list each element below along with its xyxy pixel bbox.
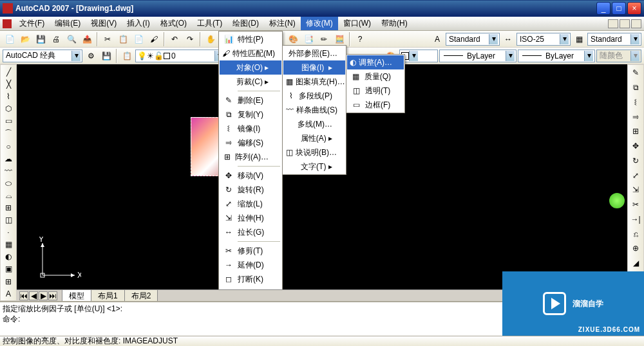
menu-modify[interactable]: 修改(M) [301,17,338,30]
menu-window[interactable]: 窗口(W) [338,17,376,30]
tab-model[interactable]: 模型 [62,289,91,302]
tab-layout1[interactable]: 布局1 [91,289,125,302]
matchprops-icon[interactable]: 🖌 [147,32,161,46]
menu-object[interactable]: 对象(O)▸ [220,60,281,75]
menu-trim[interactable]: ✂修剪(T) [220,244,281,258]
lineweight-dropdown[interactable]: ByLayer▾ [518,50,595,62]
submenu-spline[interactable]: 〰样条曲线(S) [283,103,345,117]
line-icon[interactable]: ╱ [1,66,15,77]
menu-view[interactable]: 视图(V) [86,17,122,30]
open-icon[interactable]: 📂 [18,32,32,46]
submenu-hatch[interactable]: ▦图案填充(H)… [283,75,345,89]
redo-icon[interactable]: ↷ [183,32,197,46]
layer-dropdown[interactable]: 💡 ☀ 🔓 0▾ [135,50,225,62]
menu-dimension[interactable]: 标注(N) [264,17,301,30]
menu-help[interactable]: 帮助(H) [376,17,413,30]
submenu-adjust[interactable]: ◐调整(A)… [347,55,404,69]
extend-icon[interactable]: →| [629,213,643,226]
menu-format[interactable]: 格式(O) [155,17,192,30]
submenu-blockdesc[interactable]: ◫块说明(B)… [283,145,345,159]
pline-icon[interactable]: ⌇ [1,91,15,102]
arc-icon[interactable]: ⌒ [1,127,15,140]
scale-icon[interactable]: ⤢ [629,168,643,182]
point-icon[interactable]: · [1,227,15,238]
menu-mirror[interactable]: ⧙镜像(I) [220,122,281,136]
calc-icon[interactable]: 🧮 [332,32,346,46]
region-icon[interactable]: ▣ [1,264,15,275]
submenu-frame[interactable]: ▭边框(F) [347,98,404,112]
copy-tool-icon[interactable]: ⧉ [629,81,643,95]
menu-tools[interactable]: 工具(T) [192,17,227,30]
tab-next-icon[interactable]: ▶ [39,291,48,300]
submenu-text[interactable]: 文字(T)▸ [283,159,345,174]
submenu-mline[interactable]: 多线(M)… [283,117,345,131]
submenu-quality[interactable]: ▦质量(Q) [347,69,404,84]
layer-props-icon[interactable]: 📋 [120,49,134,63]
menu-file[interactable]: 文件(F) [14,17,50,30]
break-icon[interactable]: ⎌ [629,227,643,241]
menu-draw[interactable]: 绘图(D) [227,17,264,30]
preview-icon[interactable]: 🔍 [64,32,79,46]
paste-icon[interactable]: 📄 [131,32,146,46]
spline-icon[interactable]: 〰 [1,165,15,176]
menu-matchprops[interactable]: 🖌特性匹配(M) [220,46,281,60]
linetype-dropdown[interactable]: ByLayer▾ [439,50,516,62]
submenu-image[interactable]: 图像(I)▸ [283,60,345,75]
stretch-icon[interactable]: ⇲ [629,183,643,197]
tp-icon[interactable]: 🎨 [286,32,300,46]
submenu-xref[interactable]: 外部参照(E)… [283,46,345,60]
tab-layout2[interactable]: 布局2 [124,289,158,302]
submenu-pline[interactable]: ⌇多段线(P) [283,89,345,103]
ws-settings-icon[interactable]: ⚙ [84,49,98,63]
revcloud-icon[interactable]: ☁ [1,153,15,164]
menu-scale[interactable]: ⤢缩放(L) [220,197,281,211]
menu-insert[interactable]: 插入(I) [122,17,155,30]
tablestyle-icon[interactable]: ▦ [572,32,586,46]
new-icon[interactable]: 📄 [3,32,17,46]
copy-icon[interactable]: 📋 [116,32,130,46]
menu-rotate[interactable]: ↻旋转(R) [220,183,281,197]
ellipsearc-icon[interactable]: ⌓ [1,190,15,201]
ws-save-icon[interactable]: 💾 [99,49,113,63]
chamfer-icon[interactable]: ◢ [629,257,643,270]
rotate-icon[interactable]: ↻ [629,154,643,168]
gradient-icon[interactable]: ◐ [1,251,15,262]
menu-move[interactable]: ✥移动(V) [220,168,281,183]
mdi-restore[interactable] [620,19,630,28]
mdi-minimize[interactable] [608,19,618,28]
comm-center-icon[interactable] [609,193,625,208]
dimstyle-dropdown[interactable]: ISO-25▾ [516,33,571,46]
circle-icon[interactable]: ○ [1,141,15,152]
insert-icon[interactable]: ⊞ [1,203,15,214]
textstyle-dropdown[interactable]: Standard▾ [446,33,500,46]
ssm-icon[interactable]: 📑 [301,32,316,46]
hatch-icon[interactable]: ▦ [1,239,15,250]
block-icon[interactable]: ◫ [1,215,15,226]
menu-break[interactable]: ◻打断(K) [220,272,281,286]
array-icon[interactable]: ⊞ [629,125,643,138]
minimize-button[interactable]: _ [596,2,611,15]
markup-icon[interactable]: ✏ [317,32,331,46]
erase-icon[interactable]: ✎ [629,66,643,80]
workspace-dropdown[interactable]: AutoCAD 经典▾ [3,50,82,62]
maximize-button[interactable]: □ [612,2,626,15]
menu-edit[interactable]: 编辑(E) [50,17,86,30]
offset-icon[interactable]: ⥤ [629,110,643,123]
save-icon[interactable]: 💾 [33,32,48,46]
move-icon[interactable]: ✥ [629,140,643,153]
dimstyle-icon[interactable]: ↔ [501,32,515,46]
publish-icon[interactable]: 📤 [80,32,94,46]
join-icon[interactable]: ⊕ [629,242,643,255]
tab-first-icon[interactable]: ⏮ [19,291,28,300]
menu-erase[interactable]: ✎删除(E) [220,93,281,107]
menu-properties[interactable]: 📊特性(P) [220,32,281,46]
textstyle-icon[interactable]: A [430,32,444,46]
menu-extend[interactable]: →延伸(D) [220,258,281,272]
mdi-close[interactable] [631,19,641,28]
menu-stretch[interactable]: ⇲拉伸(H) [220,211,281,225]
cut-icon[interactable]: ✂ [100,32,115,46]
menu-offset[interactable]: ⥤偏移(S) [220,136,281,150]
undo-icon[interactable]: ↶ [167,32,182,46]
close-button[interactable]: × [627,2,641,15]
table-icon[interactable]: ⊞ [1,276,15,287]
